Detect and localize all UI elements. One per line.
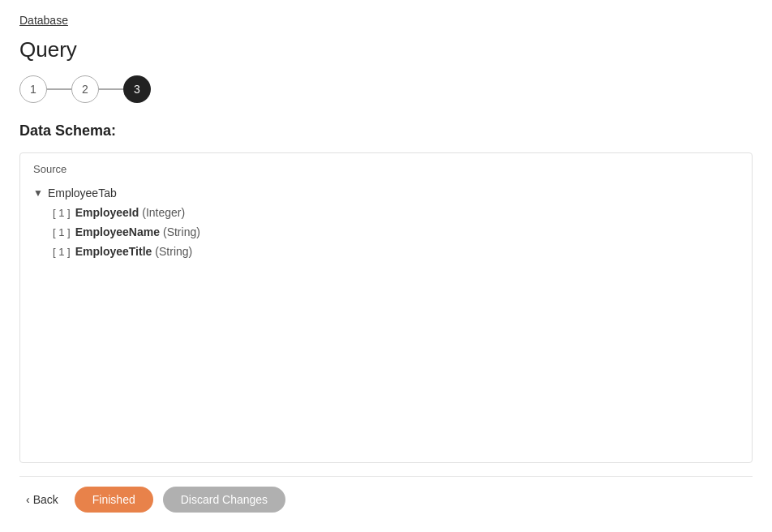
step-1: 1	[19, 75, 47, 103]
field-type-employeeid: (Integer)	[142, 206, 185, 219]
tree-child-row-employeeid: [ 1 ] EmployeeId (Integer)	[53, 204, 739, 221]
page-container: Database Query 1 2 3 Data Schema: Source…	[0, 0, 772, 532]
tree-children: [ 1 ] EmployeeId (Integer) [ 1 ] Employe…	[53, 204, 739, 260]
discard-changes-button[interactable]: Discard Changes	[163, 487, 285, 513]
finished-button[interactable]: Finished	[75, 487, 153, 513]
step-3: 3	[123, 75, 151, 103]
page-title: Query	[19, 37, 753, 62]
back-button[interactable]: ‹ Back	[19, 488, 65, 511]
field-name-employeename: EmployeeName	[75, 225, 160, 238]
source-label: Source	[33, 163, 739, 175]
breadcrumb: Database	[19, 13, 753, 28]
chevron-down-icon: ▼	[33, 187, 43, 199]
back-label: Back	[33, 493, 58, 506]
tree-child-row-employeename: [ 1 ] EmployeeName (String)	[53, 224, 739, 240]
footer: ‹ Back Finished Discard Changes	[19, 476, 753, 519]
field-index-1: [ 1 ]	[53, 207, 71, 219]
breadcrumb-database-link[interactable]: Database	[19, 14, 68, 27]
tree-node-root: ▼ EmployeeTab [ 1 ] EmployeeId (Integer)…	[33, 185, 739, 264]
tree-child-row-employeetitle: [ 1 ] EmployeeTitle (String)	[53, 243, 739, 260]
schema-container: Source ▼ EmployeeTab [ 1 ] EmployeeId (I…	[19, 152, 753, 463]
back-arrow-icon: ‹	[26, 493, 30, 506]
field-type-employeetitle: (String)	[155, 245, 192, 258]
field-name-employeetitle: EmployeeTitle	[75, 245, 152, 258]
step-2: 2	[71, 75, 99, 103]
data-schema-label: Data Schema:	[19, 122, 753, 139]
tree-parent: ▼ EmployeeTab	[33, 187, 739, 200]
field-index-3: [ 1 ]	[53, 246, 71, 258]
tree-parent-name: EmployeeTab	[48, 187, 117, 200]
step-connector-2	[99, 88, 123, 90]
field-type-employeename: (String)	[163, 225, 200, 238]
field-name-employeeid: EmployeeId	[75, 206, 139, 219]
step-connector-1	[47, 88, 71, 90]
stepper: 1 2 3	[19, 75, 753, 103]
field-index-2: [ 1 ]	[53, 226, 71, 238]
